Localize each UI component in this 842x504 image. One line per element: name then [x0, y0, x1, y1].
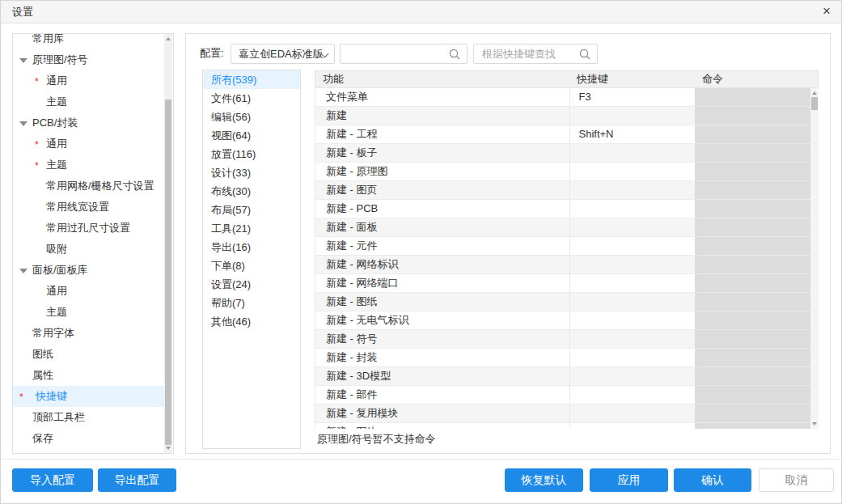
sidebar-item-16[interactable]: 属性: [13, 365, 165, 386]
sidebar-item-14[interactable]: 常用字体: [13, 323, 165, 344]
table-scrollbar-thumb[interactable]: [811, 97, 818, 110]
function-cell[interactable]: 新建 - 网络端口: [315, 274, 570, 293]
function-cell[interactable]: 新建 - 工程: [315, 125, 570, 144]
caret-down-icon[interactable]: [19, 269, 28, 273]
sidebar-item-5[interactable]: *通用: [13, 133, 165, 155]
table-row[interactable]: 新建 - 符号: [315, 330, 819, 349]
shortcut-cell[interactable]: [570, 181, 696, 200]
category-item-2[interactable]: 编辑(56): [203, 108, 300, 126]
function-search-input[interactable]: [341, 44, 467, 63]
shortcut-cell[interactable]: [570, 330, 696, 349]
restore-default-button[interactable]: 恢复默认: [505, 468, 583, 492]
sidebar-item-12[interactable]: 通用: [13, 281, 165, 302]
cancel-button[interactable]: 取消: [759, 468, 834, 492]
caret-down-icon[interactable]: [19, 121, 28, 126]
function-cell[interactable]: 新建 - 元件: [315, 237, 570, 256]
tree-scrollbar[interactable]: [164, 34, 172, 453]
sidebar-item-3[interactable]: 主题: [13, 91, 165, 112]
function-cell[interactable]: 新建 - 网络标识: [315, 256, 570, 274]
shortcut-cell[interactable]: [570, 386, 696, 404]
sidebar-item-9[interactable]: 常用过孔尺寸设置: [13, 218, 165, 239]
function-cell[interactable]: 新建 - 3D模型: [315, 367, 570, 386]
apply-button[interactable]: 应用: [590, 468, 668, 492]
table-row[interactable]: 新建 - PCB: [315, 200, 819, 218]
function-cell[interactable]: 新建 - 符号: [315, 330, 570, 349]
category-item-11[interactable]: 设置(24): [203, 275, 300, 294]
table-row[interactable]: 文件菜单F3: [315, 88, 819, 107]
table-row[interactable]: 新建 - 图纸: [315, 293, 819, 311]
category-item-13[interactable]: 其他(46): [203, 312, 300, 331]
shortcut-cell[interactable]: [570, 367, 696, 386]
category-item-10[interactable]: 下单(8): [203, 256, 300, 275]
table-row[interactable]: 新建 - 工程Shift+N: [315, 125, 819, 144]
shortcut-cell[interactable]: [570, 349, 696, 367]
shortcut-cell[interactable]: [570, 144, 696, 163]
function-cell[interactable]: 新建 - 复用模块: [315, 404, 570, 423]
table-row[interactable]: 新建 - 网络端口: [315, 274, 819, 293]
function-cell[interactable]: 新建 - 无电气标识: [315, 311, 570, 330]
shortcut-cell[interactable]: [570, 256, 696, 274]
confirm-button[interactable]: 确认: [674, 468, 751, 492]
sidebar-item-11[interactable]: 面板/面板库: [13, 260, 165, 281]
config-dropdown[interactable]: 嘉立创EDA标准版: [231, 44, 335, 64]
table-row[interactable]: 新建 - 复用模块: [315, 404, 819, 423]
sidebar-item-19[interactable]: 保存: [13, 428, 165, 449]
sidebar-item-4[interactable]: PCB/封装: [13, 112, 165, 133]
function-cell[interactable]: 新建 - 图块: [315, 423, 570, 429]
function-cell[interactable]: 新建 - 部件: [315, 386, 570, 404]
import-config-button[interactable]: 导入配置: [12, 468, 93, 492]
shortcut-cell[interactable]: [570, 200, 696, 218]
sidebar-item-15[interactable]: 图纸: [13, 344, 165, 365]
category-item-3[interactable]: 视图(64): [203, 126, 300, 145]
sidebar-item-18[interactable]: 顶部工具栏: [13, 407, 165, 428]
shortcut-cell[interactable]: [570, 293, 696, 311]
export-config-button[interactable]: 导出配置: [98, 468, 176, 492]
sidebar-item-10[interactable]: 吸附: [13, 239, 165, 260]
table-scrollbar[interactable]: [810, 88, 819, 429]
shortcut-cell[interactable]: [570, 274, 696, 293]
table-row[interactable]: 新建 - 图块: [315, 423, 819, 429]
function-cell[interactable]: 文件菜单: [315, 88, 570, 107]
table-row[interactable]: 新建 - 图页: [315, 181, 819, 200]
function-cell[interactable]: 新建 - 图纸: [315, 293, 570, 311]
shortcut-cell[interactable]: F3: [570, 88, 696, 107]
sidebar-item-6[interactable]: *主题: [13, 155, 165, 176]
function-cell[interactable]: 新建: [315, 107, 570, 125]
close-icon[interactable]: ×: [815, 1, 838, 23]
category-item-7[interactable]: 布局(57): [203, 201, 300, 219]
table-row[interactable]: 新建: [315, 107, 819, 125]
shortcut-cell[interactable]: [570, 311, 696, 330]
sidebar-item-8[interactable]: 常用线宽设置: [13, 197, 165, 218]
caret-down-icon[interactable]: [19, 58, 28, 63]
scroll-up-icon[interactable]: [812, 91, 817, 95]
shortcut-cell[interactable]: [570, 218, 696, 237]
category-item-9[interactable]: 导出(16): [203, 238, 300, 256]
table-row[interactable]: 新建 - 3D模型: [315, 367, 819, 386]
table-row[interactable]: 新建 - 网络标识: [315, 256, 819, 274]
function-cell[interactable]: 新建 - 板子: [315, 144, 570, 163]
sidebar-item-13[interactable]: 主题: [13, 302, 165, 323]
sidebar-item-7[interactable]: 常用网格/栅格尺寸设置: [13, 176, 165, 197]
sidebar-item-1[interactable]: 原理图/符号: [13, 49, 165, 70]
function-cell[interactable]: 新建 - PCB: [315, 200, 570, 218]
scroll-up-icon[interactable]: [166, 37, 171, 40]
scroll-down-icon[interactable]: [812, 422, 817, 426]
shortcut-cell[interactable]: [570, 163, 696, 181]
function-cell[interactable]: 新建 - 图页: [315, 181, 570, 200]
shortcut-cell[interactable]: [570, 237, 696, 256]
table-row[interactable]: 新建 - 无电气标识: [315, 311, 819, 330]
function-cell[interactable]: 新建 - 面板: [315, 218, 570, 237]
function-cell[interactable]: 新建 - 封装: [315, 349, 570, 367]
category-item-6[interactable]: 布线(30): [203, 182, 300, 201]
table-row[interactable]: 新建 - 元件: [315, 237, 819, 256]
table-row[interactable]: 新建 - 部件: [315, 386, 819, 404]
scroll-down-icon[interactable]: [166, 447, 171, 450]
sidebar-item-2[interactable]: *通用: [13, 70, 165, 91]
sidebar-item-0[interactable]: 常用库: [13, 33, 165, 49]
tree-scrollbar-thumb[interactable]: [165, 100, 171, 445]
shortcut-cell[interactable]: [570, 404, 696, 423]
function-cell[interactable]: 新建 - 原理图: [315, 163, 570, 181]
category-item-8[interactable]: 工具(21): [203, 219, 300, 238]
shortcut-cell[interactable]: [570, 423, 696, 429]
table-row[interactable]: 新建 - 原理图: [315, 163, 819, 181]
